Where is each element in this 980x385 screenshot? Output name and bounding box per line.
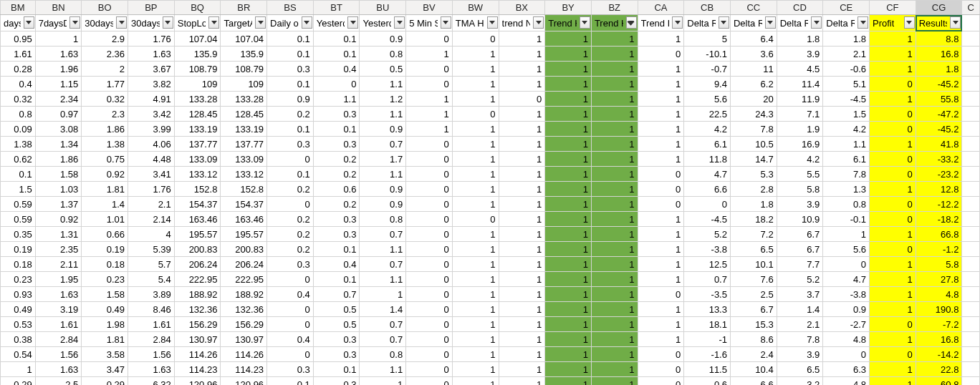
column-header-BU[interactable]: BU [360, 1, 406, 15]
cell[interactable]: -23.2 [916, 167, 962, 182]
cell[interactable]: 1 [638, 242, 684, 257]
cell[interactable]: 0 [313, 77, 360, 92]
cell[interactable]: 1 [499, 62, 545, 77]
cell[interactable]: 1 [591, 31, 638, 47]
cell[interactable]: 0.5 [360, 62, 406, 77]
cell[interactable]: 1 [870, 182, 916, 197]
cell[interactable]: 2.9 [82, 31, 128, 47]
filter-dropdown-icon[interactable] [950, 16, 961, 29]
cell[interactable] [962, 257, 980, 272]
cell[interactable]: 7.8 [823, 167, 870, 182]
cell[interactable]: 0.3 [313, 137, 360, 152]
cell[interactable]: 11.4 [777, 77, 823, 92]
header-cell-BW[interactable]: TMA H1 [452, 15, 499, 31]
cell[interactable]: 0.38 [1, 332, 36, 347]
column-header-CE[interactable]: CE [823, 1, 870, 15]
cell[interactable]: 0.66 [82, 227, 128, 242]
cell[interactable]: 1 [499, 317, 545, 332]
cell[interactable]: 1 [870, 272, 916, 287]
cell[interactable]: -10.1 [684, 47, 731, 62]
cell[interactable]: 1 [591, 47, 638, 62]
cell[interactable]: 0 [638, 182, 684, 197]
cell[interactable]: 6.4 [730, 31, 777, 47]
cell[interactable]: 6.7 [777, 227, 823, 242]
filter-dropdown-icon[interactable] [580, 16, 590, 29]
cell[interactable]: 130.97 [221, 332, 267, 347]
cell[interactable]: 1 [452, 122, 499, 137]
cell[interactable]: 1 [870, 137, 916, 152]
filter-dropdown-icon[interactable] [255, 16, 266, 29]
cell[interactable]: 0.7 [313, 287, 360, 302]
cell[interactable]: 1 [499, 31, 545, 47]
column-header-CA[interactable]: CA [638, 1, 684, 15]
header-cell-BX[interactable]: trend N [499, 15, 545, 31]
cell[interactable]: 0.95 [1, 31, 36, 47]
cell[interactable]: 0 [870, 107, 916, 122]
cell[interactable]: 0.2 [267, 182, 314, 197]
cell[interactable]: 0.75 [82, 152, 128, 167]
cell[interactable]: 1 [870, 257, 916, 272]
cell[interactable]: 1 [452, 197, 499, 212]
cell[interactable]: 0 [870, 122, 916, 137]
cell[interactable]: 1 [870, 92, 916, 107]
cell[interactable]: 1 [452, 182, 499, 197]
cell[interactable]: 1 [499, 332, 545, 347]
cell[interactable]: 2.34 [35, 92, 82, 107]
filter-dropdown-icon[interactable] [765, 16, 776, 29]
cell[interactable]: 1 [545, 47, 592, 62]
cell[interactable]: 1.38 [82, 137, 128, 152]
cell[interactable]: 0.4 [267, 332, 314, 347]
filter-dropdown-icon[interactable] [394, 16, 405, 29]
cell[interactable]: 0.28 [1, 62, 36, 77]
cell[interactable]: 0 [638, 287, 684, 302]
cell[interactable]: 0 [684, 197, 731, 212]
cell[interactable]: 1 [591, 347, 638, 362]
cell[interactable]: 11.5 [684, 362, 731, 377]
cell[interactable]: 1 [545, 31, 592, 47]
cell[interactable]: 0 [406, 302, 453, 317]
cell[interactable]: 1 [638, 62, 684, 77]
cell[interactable]: 0 [406, 31, 453, 47]
cell[interactable] [962, 62, 980, 77]
cell[interactable]: 0.7 [360, 137, 406, 152]
header-cell-BP[interactable]: 30days( [128, 15, 175, 31]
cell[interactable]: 1 [638, 227, 684, 242]
cell[interactable]: 1.1 [360, 242, 406, 257]
cell[interactable]: 154.37 [221, 197, 267, 212]
column-header-CB[interactable]: CB [684, 1, 731, 15]
cell[interactable]: 0 [638, 347, 684, 362]
cell[interactable]: 0.8 [360, 47, 406, 62]
cell[interactable]: 0.3 [267, 137, 314, 152]
filter-dropdown-icon[interactable] [811, 16, 822, 29]
cell[interactable]: 0 [406, 317, 453, 332]
cell[interactable]: 1 [591, 77, 638, 92]
cell[interactable]: 2.84 [35, 332, 82, 347]
cell[interactable]: -2.7 [823, 317, 870, 332]
cell[interactable]: 2 [82, 62, 128, 77]
cell[interactable]: 0.4 [1, 77, 36, 92]
cell[interactable]: 5.4 [128, 272, 175, 287]
cell[interactable]: 10.1 [730, 257, 777, 272]
cell[interactable]: 1.56 [35, 347, 82, 362]
cell[interactable]: 1.76 [128, 31, 175, 47]
cell[interactable]: 3.99 [128, 122, 175, 137]
cell[interactable]: 1 [452, 227, 499, 242]
cell[interactable]: 8.46 [128, 302, 175, 317]
cell[interactable]: 0 [823, 347, 870, 362]
cell[interactable]: 135.9 [174, 47, 221, 62]
cell[interactable]: 4.8 [823, 332, 870, 347]
cell[interactable]: 109 [221, 77, 267, 92]
cell[interactable]: 135.9 [221, 47, 267, 62]
cell[interactable]: 188.92 [174, 287, 221, 302]
filter-dropdown-icon[interactable] [533, 16, 544, 29]
cell[interactable]: 114.26 [221, 347, 267, 362]
cell[interactable]: 1 [545, 362, 592, 377]
cell[interactable]: 22.8 [916, 362, 962, 377]
cell[interactable]: 200.83 [221, 242, 267, 257]
cell[interactable]: 1 [452, 377, 499, 386]
cell[interactable]: 1 [406, 122, 453, 137]
cell[interactable]: 1 [499, 167, 545, 182]
filter-dropdown-icon[interactable] [302, 16, 312, 29]
cell[interactable]: 1.63 [35, 287, 82, 302]
cell[interactable]: 1 [499, 377, 545, 386]
